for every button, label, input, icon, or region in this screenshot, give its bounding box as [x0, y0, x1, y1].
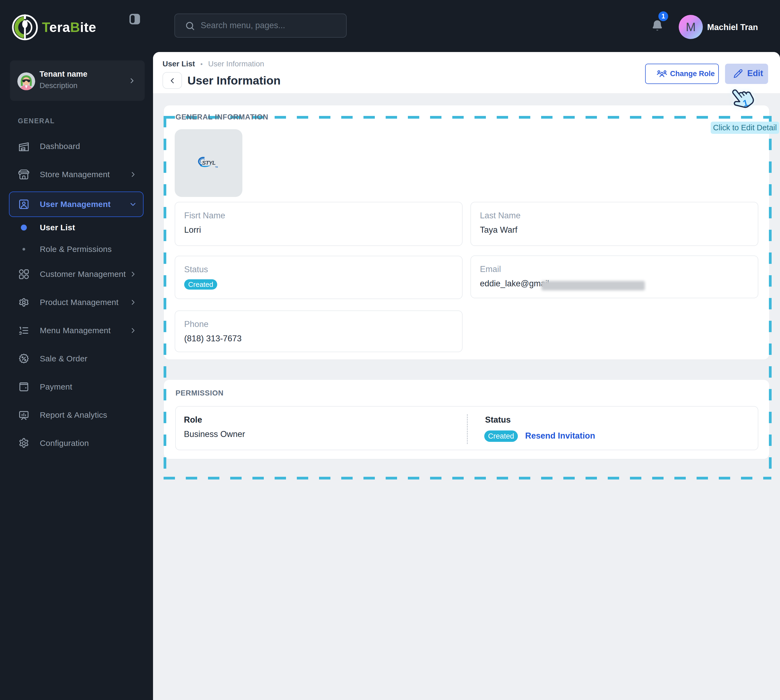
- svg-text:TM: TM: [215, 166, 218, 168]
- svg-text:STYL: STYL: [202, 160, 216, 166]
